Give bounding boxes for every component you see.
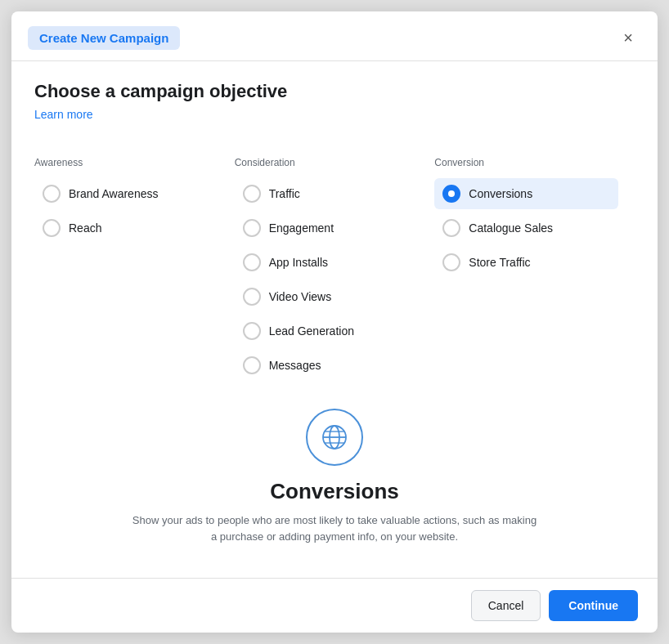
close-button[interactable]: × <box>615 25 641 51</box>
consideration-label: Consideration <box>235 157 419 168</box>
globe-icon <box>320 423 349 452</box>
modal-dialog: Create New Campaign × Choose a campaign … <box>11 11 658 633</box>
preview-title: Conversions <box>270 479 399 504</box>
option-reach[interactable]: Reach <box>34 212 218 244</box>
option-brand-awareness[interactable]: Brand Awareness <box>34 178 218 209</box>
radio-engagement <box>243 219 261 237</box>
radio-video-views <box>243 288 261 306</box>
continue-button[interactable]: Continue <box>549 590 638 621</box>
preview-section: Conversions Show your ads to people who … <box>34 384 635 561</box>
option-catalogue-sales[interactable]: Catalogue Sales <box>434 212 618 244</box>
option-messages[interactable]: Messages <box>235 350 419 381</box>
radio-traffic <box>243 185 261 203</box>
modal-wrapper: Create New Campaign × Choose a campaign … <box>0 0 669 644</box>
radio-reach <box>43 219 61 237</box>
label-brand-awareness: Brand Awareness <box>69 187 158 200</box>
label-store-traffic: Store Traffic <box>469 256 530 269</box>
label-messages: Messages <box>269 359 321 372</box>
preview-description: Show your ads to people who are most lik… <box>130 512 539 544</box>
label-reach: Reach <box>69 221 101 235</box>
option-store-traffic[interactable]: Store Traffic <box>434 247 618 278</box>
option-app-installs[interactable]: App Installs <box>235 247 419 278</box>
section-heading: Choose a campaign objective <box>34 81 635 102</box>
radio-lead-generation <box>243 322 261 340</box>
label-traffic: Traffic <box>269 187 300 200</box>
radio-messages <box>243 356 261 374</box>
label-engagement: Engagement <box>269 221 334 235</box>
label-conversions: Conversions <box>469 187 532 200</box>
awareness-column: Awareness Brand Awareness Reach <box>34 157 235 384</box>
globe-icon-wrapper <box>306 409 363 466</box>
modal-title: Create New Campaign <box>28 26 180 50</box>
conversion-column: Conversion Conversions Catalogue Sales S… <box>434 157 635 384</box>
radio-app-installs <box>243 253 261 271</box>
modal-header: Create New Campaign × <box>11 11 658 61</box>
radio-brand-awareness <box>43 185 61 203</box>
learn-more-link[interactable]: Learn more <box>34 108 93 121</box>
consideration-column: Consideration Traffic Engagement App Ins… <box>235 157 435 384</box>
modal-footer: Cancel Continue <box>11 578 658 633</box>
option-conversions[interactable]: Conversions <box>434 178 618 209</box>
label-app-installs: App Installs <box>269 256 328 269</box>
option-traffic[interactable]: Traffic <box>235 178 419 209</box>
awareness-label: Awareness <box>34 157 218 168</box>
option-engagement[interactable]: Engagement <box>235 212 419 244</box>
label-catalogue-sales: Catalogue Sales <box>469 221 553 235</box>
radio-conversions <box>442 185 460 203</box>
objectives-grid: Awareness Brand Awareness Reach Consider… <box>34 157 635 384</box>
option-video-views[interactable]: Video Views <box>235 281 419 312</box>
radio-store-traffic <box>442 253 460 271</box>
option-lead-generation[interactable]: Lead Generation <box>235 315 419 347</box>
cancel-button[interactable]: Cancel <box>471 590 541 621</box>
label-video-views: Video Views <box>269 290 332 303</box>
radio-catalogue-sales <box>442 219 460 237</box>
modal-body: Choose a campaign objective Learn more A… <box>11 61 658 578</box>
label-lead-generation: Lead Generation <box>269 324 354 338</box>
conversion-label: Conversion <box>434 157 618 168</box>
